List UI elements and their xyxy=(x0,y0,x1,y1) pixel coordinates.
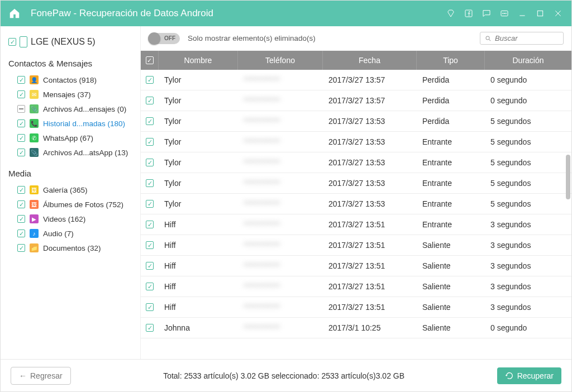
row-checkbox[interactable] xyxy=(146,138,154,146)
select-all-checkbox[interactable] xyxy=(146,56,154,64)
close-icon[interactable] xyxy=(552,8,564,19)
item-checkbox[interactable] xyxy=(17,90,25,98)
sidebar-item[interactable]: ▶Videos (162) xyxy=(4,212,137,226)
item-label: Contactos (918) xyxy=(43,76,97,84)
sidebar-item[interactable]: 📞Historial d...madas (180) xyxy=(4,116,137,131)
cell-tel: ************ xyxy=(238,318,323,338)
minimize-icon[interactable] xyxy=(517,8,528,19)
row-checkbox[interactable] xyxy=(146,324,154,332)
col-name[interactable]: Nombre xyxy=(159,51,238,70)
sidebar-item[interactable]: 🖼Álbumes de Fotos (752) xyxy=(4,197,137,212)
category-icon: 📎 xyxy=(30,148,39,157)
app-title: FonePaw - Recuperación de Datos Android xyxy=(31,8,445,19)
sidebar-item[interactable]: 🖼Galería (365) xyxy=(4,183,137,197)
item-label: Archivos Ad...atsApp (13) xyxy=(43,149,128,157)
table-row[interactable]: Tylor************2017/3/27 13:57Perdida0… xyxy=(141,70,571,90)
sidebar-item[interactable]: ✆WhatsApp (67) xyxy=(4,131,137,145)
scrollbar-thumb[interactable] xyxy=(566,155,570,199)
cell-name: Tylor xyxy=(159,152,238,173)
gem-icon[interactable] xyxy=(445,8,456,19)
table-row[interactable]: Tylor************2017/3/27 13:53Entrante… xyxy=(141,194,571,214)
cell-fecha: 2017/3/27 13:53 xyxy=(323,173,417,193)
cell-tipo: Entrante xyxy=(417,194,485,214)
sidebar-item[interactable]: 👤Contactos (918) xyxy=(4,73,137,87)
search-input[interactable] xyxy=(495,34,559,42)
cell-tel: ************ xyxy=(238,152,323,173)
toolbar: OFF Solo mostrar elemento(s) eliminado(s… xyxy=(141,26,571,51)
item-checkbox[interactable] xyxy=(17,215,25,223)
svg-point-4 xyxy=(506,13,506,13)
table-row[interactable]: Hiff************2017/3/27 13:51Saliente3… xyxy=(141,276,571,297)
table-row[interactable]: Hiff************2017/3/27 13:51Saliente3… xyxy=(141,256,571,276)
row-checkbox[interactable] xyxy=(146,179,154,187)
cell-dur: 0 segundo xyxy=(485,318,571,338)
recover-button[interactable]: Recuperar xyxy=(497,367,561,384)
cell-tel: ************ xyxy=(238,235,323,255)
item-checkbox[interactable] xyxy=(17,105,25,113)
category-icon: 📎 xyxy=(30,104,39,113)
maximize-icon[interactable] xyxy=(535,8,546,19)
device-checkbox[interactable] xyxy=(8,38,16,46)
row-checkbox[interactable] xyxy=(146,76,154,84)
facebook-icon[interactable] xyxy=(463,8,474,19)
table-row[interactable]: Tylor************2017/3/27 13:53Entrante… xyxy=(141,173,571,194)
table-row[interactable]: Hiff************2017/3/27 13:51Entrante3… xyxy=(141,214,571,235)
item-checkbox[interactable] xyxy=(17,76,25,84)
device-row[interactable]: LGE (NEXUS 5) xyxy=(4,34,137,50)
cell-fecha: 2017/3/27 13:51 xyxy=(323,235,417,255)
col-dur[interactable]: Duración xyxy=(485,51,571,70)
deleted-toggle[interactable]: OFF xyxy=(149,33,180,44)
table-row[interactable]: Tylor************2017/3/27 13:53Perdida5… xyxy=(141,111,571,132)
cell-dur: 5 segundos xyxy=(485,111,571,131)
sidebar-item[interactable]: ♪Audio (7) xyxy=(4,226,137,241)
item-checkbox[interactable] xyxy=(17,244,25,252)
back-button[interactable]: ← Regresar xyxy=(11,367,71,385)
row-checkbox[interactable] xyxy=(146,97,154,104)
sidebar-item[interactable]: 📎Archivos Ad...atsApp (13) xyxy=(4,145,137,160)
cell-name: Tylor xyxy=(159,111,238,131)
titlebar: FonePaw - Recuperación de Datos Android xyxy=(1,1,571,26)
cell-tipo: Entrante xyxy=(417,132,485,152)
item-checkbox[interactable] xyxy=(17,230,25,237)
table-row[interactable]: Tylor************2017/3/27 13:57Perdida0… xyxy=(141,90,571,111)
cell-tel: ************ xyxy=(238,297,323,317)
item-checkbox[interactable] xyxy=(17,119,25,127)
table-row[interactable]: Hiff************2017/3/27 13:51Saliente3… xyxy=(141,235,571,256)
sidebar-item[interactable]: ✉Mensajes (37) xyxy=(4,87,137,102)
col-fecha[interactable]: Fecha xyxy=(323,51,417,70)
svg-point-9 xyxy=(486,36,489,39)
cell-tel: ************ xyxy=(238,132,323,152)
cell-tel: ************ xyxy=(238,214,323,235)
table-row[interactable]: Johnna************2017/3/1 10:25Saliente… xyxy=(141,318,571,338)
table-header: Nombre Teléfono Fecha Tipo Duración xyxy=(141,51,571,70)
search-box[interactable] xyxy=(480,32,564,45)
feedback-icon[interactable] xyxy=(481,8,492,19)
home-icon[interactable] xyxy=(8,7,21,20)
sidebar-item[interactable]: 📁Documentos (32) xyxy=(4,241,137,255)
item-checkbox[interactable] xyxy=(17,149,25,156)
menu-icon[interactable] xyxy=(499,8,510,19)
sidebar-item[interactable]: 📎Archivos Ad...ensajes (0) xyxy=(4,102,137,116)
cell-name: Tylor xyxy=(159,70,238,90)
row-checkbox[interactable] xyxy=(146,117,154,125)
col-tipo[interactable]: Tipo xyxy=(417,51,485,70)
cell-dur: 5 segundos xyxy=(485,132,571,152)
table-row[interactable]: Hiff************2017/3/27 13:51Saliente3… xyxy=(141,297,571,318)
row-checkbox[interactable] xyxy=(146,200,154,208)
row-checkbox[interactable] xyxy=(146,159,154,166)
row-checkbox[interactable] xyxy=(146,241,154,249)
row-checkbox[interactable] xyxy=(146,221,154,228)
row-checkbox[interactable] xyxy=(146,283,154,290)
table-row[interactable]: Tylor************2017/3/27 13:53Entrante… xyxy=(141,152,571,173)
row-checkbox[interactable] xyxy=(146,303,154,311)
titlebar-controls xyxy=(445,8,564,19)
table: Nombre Teléfono Fecha Tipo Duración Tylo… xyxy=(141,51,571,359)
item-checkbox[interactable] xyxy=(17,134,25,142)
cell-tipo: Saliente xyxy=(417,276,485,297)
item-checkbox[interactable] xyxy=(17,200,25,208)
col-tel[interactable]: Teléfono xyxy=(238,51,323,70)
item-checkbox[interactable] xyxy=(17,186,25,194)
table-row[interactable]: Tylor************2017/3/27 13:53Entrante… xyxy=(141,132,571,152)
row-checkbox[interactable] xyxy=(146,262,154,270)
back-label: Regresar xyxy=(30,371,63,380)
